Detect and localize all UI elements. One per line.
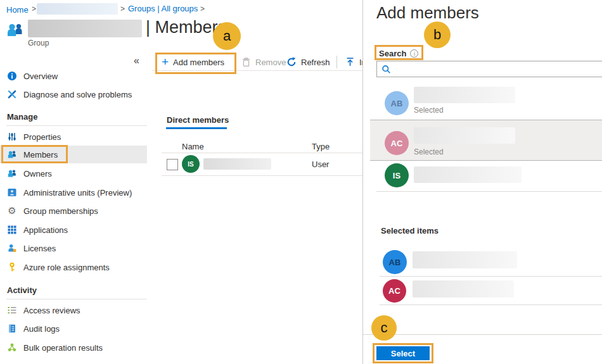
member-type-cell: User bbox=[312, 160, 329, 169]
breadcrumb-separator: > bbox=[200, 4, 205, 13]
row-checkbox[interactable] bbox=[167, 159, 178, 170]
selected-person-name-blurred bbox=[413, 280, 514, 298]
add-members-panel: Add members b Search i AB Selected AC Se… bbox=[362, 0, 602, 364]
sidebar-item-properties[interactable]: Properties bbox=[0, 128, 147, 146]
sidebar-item-applications[interactable]: Applications bbox=[0, 221, 147, 239]
search-result-row[interactable]: AB Selected bbox=[370, 84, 602, 119]
selected-person-avatar: AB bbox=[383, 250, 407, 274]
sidebar-item-diagnose[interactable]: Diagnose and solve problems bbox=[0, 85, 147, 103]
sidebar-divider bbox=[6, 125, 147, 126]
refresh-button[interactable]: Refresh bbox=[286, 57, 330, 67]
license-icon bbox=[7, 243, 17, 253]
sidebar-item-label: Owners bbox=[23, 169, 52, 179]
selected-divider bbox=[380, 304, 602, 305]
search-input[interactable] bbox=[391, 62, 602, 76]
member-avatar: IS bbox=[182, 155, 200, 173]
member-name-blurred bbox=[203, 158, 271, 170]
person-avatar: AC bbox=[385, 131, 409, 155]
sidebar-divider bbox=[6, 299, 147, 299]
upload-icon bbox=[345, 57, 355, 67]
sidebar-item-bulk-operation-results[interactable]: Bulk operation results bbox=[0, 339, 147, 356]
breadcrumb-separator: > bbox=[120, 4, 125, 13]
sidebar-item-owners[interactable]: Owners bbox=[0, 165, 147, 182]
sidebar-item-licenses[interactable]: Licenses bbox=[0, 239, 147, 257]
selected-items-label: Selected items bbox=[381, 226, 439, 235]
annotation-a-badge: a bbox=[213, 22, 241, 50]
document-icon bbox=[7, 323, 17, 334]
key-icon bbox=[7, 262, 17, 272]
search-input-wrap bbox=[376, 61, 602, 77]
person-status: Selected bbox=[414, 147, 444, 156]
column-header-name[interactable]: Name bbox=[182, 142, 204, 151]
annotation-c-badge: c bbox=[371, 315, 397, 341]
trash-icon bbox=[241, 57, 251, 67]
sidebar-section-activity: Activity bbox=[7, 286, 37, 295]
sidebar-item-administrative-units[interactable]: Administrative units (Preview) bbox=[0, 184, 147, 201]
sidebar-item-label: Group memberships bbox=[23, 206, 98, 216]
breadcrumb-groups-link[interactable]: Groups | All groups bbox=[128, 4, 198, 13]
results-divider bbox=[376, 191, 602, 192]
breadcrumb-separator: > bbox=[32, 4, 36, 13]
sidebar-section-manage: Manage bbox=[7, 112, 37, 122]
sliders-icon bbox=[7, 132, 17, 142]
sidebar-item-access-reviews[interactable]: Access reviews bbox=[0, 301, 147, 319]
footer-divider bbox=[363, 334, 602, 335]
tab-active-underline bbox=[166, 127, 227, 129]
admin-units-icon bbox=[7, 187, 17, 198]
sidebar-item-label: Applications bbox=[23, 225, 68, 235]
sidebar-item-label: Licenses bbox=[23, 244, 56, 253]
sidebar-item-label: Bulk operation results bbox=[23, 343, 103, 353]
sidebar-item-label: Diagnose and solve problems bbox=[23, 90, 132, 99]
person-avatar: AB bbox=[385, 91, 409, 115]
remove-label: Remove bbox=[255, 58, 286, 67]
sidebar-item-label: Administrative units (Preview) bbox=[23, 188, 132, 198]
search-result-row-highlighted[interactable]: AC Selected bbox=[370, 120, 602, 161]
person-name-blurred bbox=[414, 127, 515, 144]
person-avatar: IS bbox=[385, 163, 409, 187]
info-icon bbox=[7, 71, 17, 81]
table-row-divider bbox=[162, 175, 362, 176]
sidebar-item-label: Audit logs bbox=[23, 324, 60, 334]
annotation-box-members bbox=[1, 145, 68, 163]
group-icon bbox=[6, 22, 25, 41]
annotation-box-add-members bbox=[155, 53, 236, 74]
gear-icon: ⚙ bbox=[7, 206, 17, 216]
sidebar-item-audit-logs[interactable]: Audit logs bbox=[0, 320, 147, 337]
sidebar-item-label: Azure role assignments bbox=[23, 263, 110, 272]
grid-icon bbox=[7, 225, 17, 235]
sidebar-item-label: Properties bbox=[23, 132, 61, 142]
cluster-icon bbox=[7, 342, 17, 353]
breadcrumb-home-link[interactable]: Home bbox=[6, 5, 29, 15]
selected-divider bbox=[380, 276, 602, 277]
tools-icon bbox=[7, 89, 17, 99]
breadcrumb: Home bbox=[6, 4, 29, 15]
tab-direct-members[interactable]: Direct members bbox=[167, 115, 229, 125]
person-status: Selected bbox=[414, 106, 444, 115]
sidebar-item-label: Access reviews bbox=[23, 306, 80, 315]
sidebar-item-azure-role-assignments[interactable]: Azure role assignments bbox=[0, 258, 147, 276]
page-title-blurred-group-name bbox=[28, 20, 142, 37]
list-icon bbox=[7, 305, 17, 315]
selected-person-name-blurred bbox=[413, 251, 517, 268]
refresh-label: Refresh bbox=[301, 58, 330, 67]
person-name-blurred bbox=[414, 166, 522, 183]
person-name-blurred bbox=[414, 87, 515, 103]
selected-person-avatar: AC bbox=[383, 279, 406, 303]
annotation-box-select: Select bbox=[373, 343, 433, 363]
select-button[interactable]: Select bbox=[376, 346, 430, 360]
page-subtitle: Group bbox=[28, 39, 49, 47]
sidebar-collapse-button[interactable]: « bbox=[134, 55, 139, 66]
toolbar-separator bbox=[336, 56, 337, 68]
annotation-box-search bbox=[375, 45, 423, 60]
sidebar-item-label: Overview bbox=[23, 72, 58, 81]
search-result-row[interactable]: IS bbox=[370, 161, 602, 191]
remove-button[interactable]: Remove bbox=[241, 57, 286, 67]
sidebar-item-overview[interactable]: Overview bbox=[0, 67, 147, 85]
column-header-type[interactable]: Type bbox=[312, 142, 330, 151]
table-header-divider bbox=[162, 153, 362, 153]
search-icon bbox=[381, 65, 391, 74]
breadcrumb-blurred-group-name[interactable] bbox=[37, 3, 118, 15]
refresh-icon bbox=[286, 57, 297, 67]
people-icon bbox=[7, 168, 17, 179]
sidebar-item-group-memberships[interactable]: ⚙ Group memberships bbox=[0, 202, 147, 220]
